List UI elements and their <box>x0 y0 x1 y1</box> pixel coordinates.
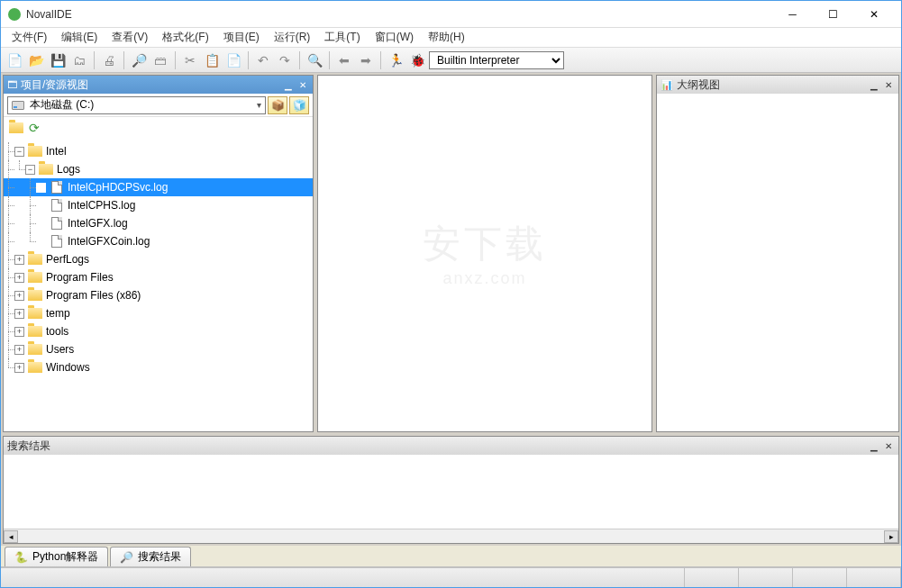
drive-selector-row: 本地磁盘 (C:) ▾ 📦 🧊 <box>4 94 313 117</box>
tree-toggle[interactable]: + <box>14 291 24 301</box>
paste-button[interactable]: 📄 <box>223 50 243 70</box>
tree-node-file[interactable]: IntelCPHS.log <box>4 196 313 214</box>
panel-minimize-button[interactable]: ▁ <box>868 78 880 91</box>
menu-file[interactable]: 文件(F) <box>5 28 54 47</box>
tree-toggle[interactable]: + <box>14 345 24 355</box>
refresh-icon[interactable]: ⟳ <box>29 121 40 135</box>
tab-python-interpreter[interactable]: 🐍 Python解释器 <box>5 547 108 566</box>
nav-back-button[interactable]: ⬅ <box>334 50 354 70</box>
panel-close-button[interactable]: ✕ <box>296 78 309 91</box>
print-button[interactable]: 🖨 <box>99 50 119 70</box>
status-cell <box>793 568 847 587</box>
file-tree[interactable]: −Intel−LogsIntelCpHDCPSvc.logIntelCPHS.l… <box>4 139 313 431</box>
search-result-icon: 🔎 <box>120 551 133 564</box>
nav-row: ⟳ <box>4 117 313 139</box>
panel-minimize-button[interactable]: ▁ <box>868 439 880 452</box>
tab-label: 搜索结果 <box>138 549 181 565</box>
drive-label: 本地磁盘 (C:) <box>30 97 94 113</box>
tree-node-folder[interactable]: +temp <box>4 304 313 322</box>
tree-toggle[interactable]: − <box>25 165 35 175</box>
python-icon: 🐍 <box>14 551 28 564</box>
drive-select[interactable]: 本地磁盘 (C:) ▾ <box>7 96 266 114</box>
separator-icon <box>248 51 249 69</box>
status-bar <box>1 567 901 587</box>
minimize-button[interactable]: ─ <box>772 1 813 28</box>
tree-node-label: Users <box>46 343 74 356</box>
save-button[interactable]: 💾 <box>48 50 68 70</box>
menu-edit[interactable]: 编辑(E) <box>54 28 105 47</box>
tab-search-results[interactable]: 🔎 搜索结果 <box>110 547 191 566</box>
find-button[interactable]: 🔎 <box>129 50 149 70</box>
editor-body[interactable]: 安下载 anxz.com <box>318 76 651 431</box>
tree-node-label: Windows <box>46 361 90 374</box>
tree-node-label: IntelCpHDCPSvc.log <box>68 181 168 194</box>
open-button[interactable]: 📂 <box>26 50 46 70</box>
tree-node-file[interactable]: IntelGFXCoin.log <box>4 232 313 250</box>
tree-node-folder[interactable]: +Windows <box>4 358 313 376</box>
tree-node-label: IntelGFXCoin.log <box>68 235 150 248</box>
tree-node-folder[interactable]: +tools <box>4 322 313 340</box>
menu-project[interactable]: 项目(E) <box>216 28 267 47</box>
find-files-button[interactable]: 🗃 <box>150 50 170 70</box>
separator-icon <box>94 51 95 69</box>
scroll-right-button[interactable]: ▸ <box>884 530 898 543</box>
horizontal-scrollbar[interactable]: ◂ ▸ <box>4 529 898 543</box>
app-icon <box>8 8 21 21</box>
panel-close-button[interactable]: ✕ <box>882 78 895 91</box>
tree-node-folder[interactable]: −Logs <box>4 160 313 178</box>
package-button-2[interactable]: 🧊 <box>289 96 309 114</box>
tree-node-folder[interactable]: +Program Files <box>4 268 313 286</box>
menu-view[interactable]: 查看(V) <box>105 28 155 47</box>
tree-node-label: tools <box>46 325 68 338</box>
tree-node-folder[interactable]: +Users <box>4 340 313 358</box>
tree-node-folder[interactable]: −Intel <box>4 142 313 160</box>
menu-window[interactable]: 窗口(W) <box>368 28 421 47</box>
close-button[interactable]: ✕ <box>853 1 894 28</box>
panel-close-button[interactable]: ✕ <box>882 439 895 452</box>
scroll-left-button[interactable]: ◂ <box>4 530 18 543</box>
debug-button[interactable]: 🐞 <box>407 50 427 70</box>
menu-tools[interactable]: 工具(T) <box>317 28 367 47</box>
separator-icon <box>175 51 176 69</box>
panel-minimize-button[interactable]: ▁ <box>282 78 295 91</box>
cut-button[interactable]: ✂ <box>180 50 200 70</box>
status-cell <box>739 568 793 587</box>
disk-icon <box>12 101 24 110</box>
tree-toggle[interactable]: + <box>14 309 24 319</box>
menu-run[interactable]: 运行(R) <box>267 28 318 47</box>
copy-button[interactable]: 📋 <box>202 50 222 70</box>
menu-format[interactable]: 格式化(F) <box>155 28 215 47</box>
new-file-button[interactable]: 📄 <box>5 50 24 70</box>
tree-node-file[interactable]: IntelGFX.log <box>4 214 313 232</box>
maximize-button[interactable]: ☐ <box>813 1 853 28</box>
project-panel-title: 🗔 项目/资源视图 ▁ ✕ <box>4 76 313 94</box>
zoom-button[interactable]: 🔍 <box>305 50 324 70</box>
main-area: 🗔 项目/资源视图 ▁ ✕ 本地磁盘 (C:) ▾ 📦 🧊 ⟳ −Intel−L… <box>1 73 901 546</box>
undo-button[interactable]: ↶ <box>253 50 273 70</box>
tree-toggle[interactable]: + <box>14 273 24 283</box>
status-cell <box>685 568 739 587</box>
outline-icon: 📊 <box>661 79 673 91</box>
tree-toggle[interactable]: + <box>14 255 24 265</box>
run-button[interactable]: 🏃 <box>386 50 405 70</box>
tree-toggle[interactable]: + <box>14 327 24 337</box>
save-all-button[interactable]: 🗂 <box>69 50 89 70</box>
folder-up-icon[interactable] <box>9 122 23 133</box>
outline-panel-title: 📊 大纲视图 ▁ ✕ <box>657 76 898 94</box>
search-panel: 搜索结果 ▁ ✕ ◂ ▸ <box>3 436 899 544</box>
interpreter-select[interactable]: Builtin Interpreter <box>429 51 564 69</box>
tree-toggle[interactable]: + <box>14 363 24 373</box>
tree-node-label: IntelCPHS.log <box>68 199 135 212</box>
project-panel: 🗔 项目/资源视图 ▁ ✕ 本地磁盘 (C:) ▾ 📦 🧊 ⟳ −Intel−L… <box>3 75 314 432</box>
nav-forward-button[interactable]: ➡ <box>356 50 376 70</box>
tree-node-folder[interactable]: +PerfLogs <box>4 250 313 268</box>
search-panel-label: 搜索结果 <box>7 439 866 454</box>
menu-help[interactable]: 帮助(H) <box>421 28 472 47</box>
redo-button[interactable]: ↷ <box>275 50 295 70</box>
tree-toggle[interactable]: − <box>14 147 24 157</box>
panel-icon: 🗔 <box>7 79 17 90</box>
package-button-1[interactable]: 📦 <box>268 96 287 114</box>
tree-node-file[interactable]: IntelCpHDCPSvc.log <box>4 178 313 196</box>
tree-node-folder[interactable]: +Program Files (x86) <box>4 286 313 304</box>
tool-bar: 📄 📂 💾 🗂 🖨 🔎 🗃 ✂ 📋 📄 ↶ ↷ 🔍 ⬅ ➡ 🏃 🐞 Builti… <box>1 48 901 73</box>
